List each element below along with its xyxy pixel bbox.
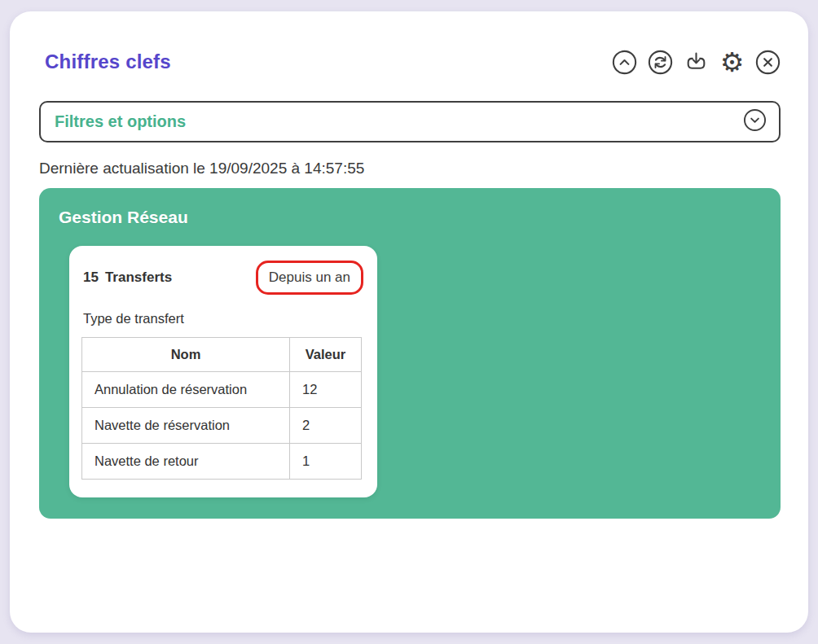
table-title: Type de transfert <box>81 311 363 326</box>
widget-header: Chiffres clefs <box>39 49 781 75</box>
panel-title: Gestion Réseau <box>59 208 761 227</box>
page-title: Chiffres clefs <box>45 50 171 73</box>
column-header-nom: Nom <box>82 338 290 372</box>
download-button[interactable] <box>684 50 709 75</box>
row-value: 12 <box>290 372 362 408</box>
filters-options-label: Filtres et options <box>55 112 186 131</box>
table-header-row: Nom Valeur <box>82 338 362 372</box>
table-row: Navette de réservation 2 <box>82 408 362 444</box>
transfer-type-table: Nom Valeur Annulation de réservation 12 … <box>81 337 362 480</box>
settings-button[interactable]: ⚙ <box>719 50 745 75</box>
row-name: Annulation de réservation <box>82 372 290 408</box>
row-name: Navette de retour <box>82 444 290 480</box>
row-name: Navette de réservation <box>82 408 290 444</box>
row-value: 1 <box>290 444 362 480</box>
gear-icon: ⚙ <box>720 50 745 75</box>
filters-options-bar[interactable]: Filtres et options <box>39 101 781 142</box>
transfers-metric-card: 15 Transferts Depuis un an Type de trans… <box>69 246 377 497</box>
table-row: Annulation de réservation 12 <box>82 372 362 408</box>
key-figures-widget: Chiffres clefs <box>10 11 808 633</box>
chevron-up-circle-icon <box>612 50 637 75</box>
widget-toolbar: ⚙ <box>612 50 781 75</box>
metric-label: Transferts <box>105 269 172 286</box>
metric-value: 15 <box>83 269 99 286</box>
close-circle-icon <box>755 50 781 75</box>
close-button[interactable] <box>755 50 781 75</box>
refresh-button[interactable] <box>648 50 673 75</box>
collapse-button[interactable] <box>612 50 637 75</box>
refresh-icon <box>648 50 673 75</box>
download-icon <box>684 50 709 75</box>
gestion-reseau-panel: Gestion Réseau 15 Transferts Depuis un a… <box>39 188 781 519</box>
column-header-valeur: Valeur <box>290 338 362 372</box>
table-row: Navette de retour 1 <box>82 444 362 480</box>
last-update-text: Dernière actualisation le 19/09/2025 à 1… <box>39 160 781 177</box>
chevron-down-circle-icon[interactable] <box>743 108 767 135</box>
metric-headline: 15 Transferts <box>81 269 172 286</box>
row-value: 2 <box>290 408 362 444</box>
period-selector[interactable]: Depuis un an <box>256 261 363 295</box>
